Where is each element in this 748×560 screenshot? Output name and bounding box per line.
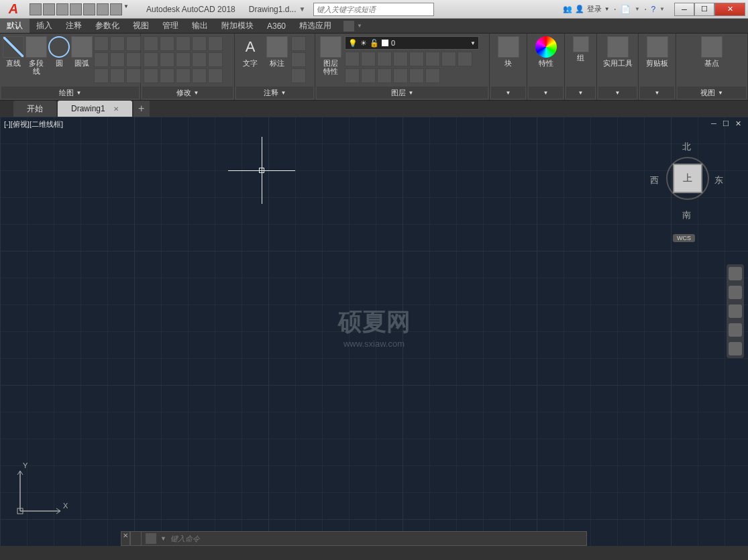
nav-wheel-icon[interactable] xyxy=(729,267,742,280)
draw-tool-icon[interactable] xyxy=(126,68,141,83)
viewport-close-icon[interactable]: ✕ xyxy=(733,119,743,129)
qat-undo-icon[interactable] xyxy=(97,3,109,15)
clipboard-button[interactable]: 剪贴板 xyxy=(645,36,670,67)
layer-tool-icon[interactable] xyxy=(409,52,424,66)
tab-drawing1[interactable]: Drawing1✕ xyxy=(58,101,132,117)
viewport-minimize-icon[interactable]: ─ xyxy=(709,119,718,129)
stretch-icon[interactable] xyxy=(144,68,158,83)
utilities-button[interactable]: 实用工具 xyxy=(601,36,635,67)
help-icon[interactable]: ? xyxy=(651,5,655,14)
qat-save-icon[interactable] xyxy=(56,3,68,15)
draw-tool-icon[interactable] xyxy=(94,52,109,67)
tab-parametric[interactable]: 参数化 xyxy=(89,19,126,33)
tab-annotate[interactable]: 注释 xyxy=(59,19,89,33)
draw-tool-icon[interactable] xyxy=(126,52,141,67)
wcs-badge[interactable]: WCS xyxy=(673,234,695,242)
close-icon[interactable]: ✕ xyxy=(113,105,119,113)
command-input[interactable] xyxy=(170,535,582,543)
trim-icon[interactable] xyxy=(176,36,191,51)
annotate-tool-icon[interactable] xyxy=(291,36,306,51)
layer-dropdown[interactable]: 💡 ☀ 🔓 0 ▼ xyxy=(345,36,479,50)
zoom-icon[interactable] xyxy=(729,304,742,318)
menu-extra-icon[interactable] xyxy=(343,21,354,32)
draw-tool-icon[interactable] xyxy=(110,68,125,83)
ucs-icon[interactable]: Y X xyxy=(13,464,67,519)
layer-tool-icon[interactable] xyxy=(425,52,440,66)
layer-tool-icon[interactable] xyxy=(361,68,376,83)
pan-icon[interactable] xyxy=(729,286,742,299)
orbit-icon[interactable] xyxy=(729,323,742,337)
tab-addins[interactable]: 附加模块 xyxy=(215,19,260,33)
scale-icon[interactable] xyxy=(160,68,174,83)
annotate-tool-icon[interactable] xyxy=(291,52,306,67)
copy-icon[interactable] xyxy=(144,52,158,67)
viewport-maximize-icon[interactable]: ☐ xyxy=(721,119,731,129)
layer-tool-icon[interactable] xyxy=(425,68,440,83)
qat-saveas-icon[interactable] xyxy=(70,3,82,15)
circle-button[interactable]: 圆 xyxy=(48,36,70,67)
cmdline-close-icon[interactable]: ✕ xyxy=(121,531,130,546)
array-icon[interactable] xyxy=(176,68,191,83)
search-input[interactable] xyxy=(313,3,434,16)
line-button[interactable]: 直线 xyxy=(3,36,24,67)
annotate-tool-icon[interactable] xyxy=(291,68,306,83)
modify-tool-icon[interactable] xyxy=(192,52,207,67)
layer-properties-button[interactable]: 图层 特性 xyxy=(318,36,343,75)
layer-tool-icon[interactable] xyxy=(441,52,456,66)
modify-tool-icon[interactable] xyxy=(192,36,207,51)
qat-open-icon[interactable] xyxy=(43,3,55,15)
layer-tool-icon[interactable] xyxy=(377,52,392,66)
layer-tool-icon[interactable] xyxy=(393,52,408,66)
modify-tool-icon[interactable] xyxy=(208,68,223,83)
viewcube-top[interactable]: 上 xyxy=(673,164,702,193)
drawing-canvas[interactable]: [-][俯视][二维线框] ─ ☐ ✕ 硕夏网 www.sxiaw.com 上 … xyxy=(0,117,748,546)
qat-new-icon[interactable] xyxy=(30,3,42,15)
command-line[interactable]: ▼ xyxy=(141,531,587,546)
fillet-icon[interactable] xyxy=(176,52,191,67)
qat-redo-icon[interactable] xyxy=(110,3,122,15)
close-button[interactable]: ✕ xyxy=(714,3,745,16)
layer-tool-icon[interactable] xyxy=(345,52,360,66)
showmotion-icon[interactable] xyxy=(729,342,742,355)
tab-featured[interactable]: 精选应用 xyxy=(292,19,338,33)
modify-tool-icon[interactable] xyxy=(208,36,223,51)
title-dropdown-icon[interactable]: ▼ xyxy=(299,5,305,13)
polyline-button[interactable]: 多段线 xyxy=(25,36,47,75)
draw-tool-icon[interactable] xyxy=(94,68,109,83)
layer-tool-icon[interactable] xyxy=(409,68,424,83)
maximize-button[interactable]: ☐ xyxy=(694,3,714,16)
viewport-label[interactable]: [-][俯视][二维线框] xyxy=(4,119,63,129)
draw-tool-icon[interactable] xyxy=(94,36,109,51)
view-cube[interactable]: 上 北 南 西 东 WCS xyxy=(647,137,728,244)
group-button[interactable]: 组 xyxy=(570,36,592,62)
tab-insert[interactable]: 插入 xyxy=(30,19,59,33)
add-tab-button[interactable]: + xyxy=(133,101,150,117)
rotate-icon[interactable] xyxy=(160,36,174,51)
qat-dropdown-icon[interactable]: ▼ xyxy=(123,3,130,15)
block-button[interactable]: 块 xyxy=(496,36,521,67)
tab-view[interactable]: 视图 xyxy=(126,19,156,33)
mirror-icon[interactable] xyxy=(160,52,174,67)
app-logo[interactable]: A xyxy=(0,0,27,19)
qat-plot-icon[interactable] xyxy=(83,3,95,15)
tab-default[interactable]: 默认 xyxy=(0,19,30,33)
layer-tool-icon[interactable] xyxy=(377,68,392,83)
modify-tool-icon[interactable] xyxy=(208,52,223,67)
layer-tool-icon[interactable] xyxy=(458,52,472,66)
dimension-button[interactable]: 标注 xyxy=(264,36,290,67)
basepoint-button[interactable]: 基点 xyxy=(699,36,725,67)
tab-output[interactable]: 输出 xyxy=(185,19,215,33)
draw-tool-icon[interactable] xyxy=(126,36,141,51)
text-button[interactable]: A文字 xyxy=(237,36,263,67)
exchange-icon[interactable]: 📄 xyxy=(621,5,631,14)
draw-tool-icon[interactable] xyxy=(110,52,125,67)
layer-tool-icon[interactable] xyxy=(345,68,360,83)
draw-tool-icon[interactable] xyxy=(110,36,125,51)
arc-button[interactable]: 圆弧 xyxy=(71,36,93,67)
tab-a360[interactable]: A360 xyxy=(260,19,292,33)
layer-tool-icon[interactable] xyxy=(393,68,408,83)
layer-tool-icon[interactable] xyxy=(361,52,376,66)
move-icon[interactable] xyxy=(144,36,158,51)
tab-start[interactable]: 开始 xyxy=(13,101,56,117)
tab-manage[interactable]: 管理 xyxy=(156,19,185,33)
